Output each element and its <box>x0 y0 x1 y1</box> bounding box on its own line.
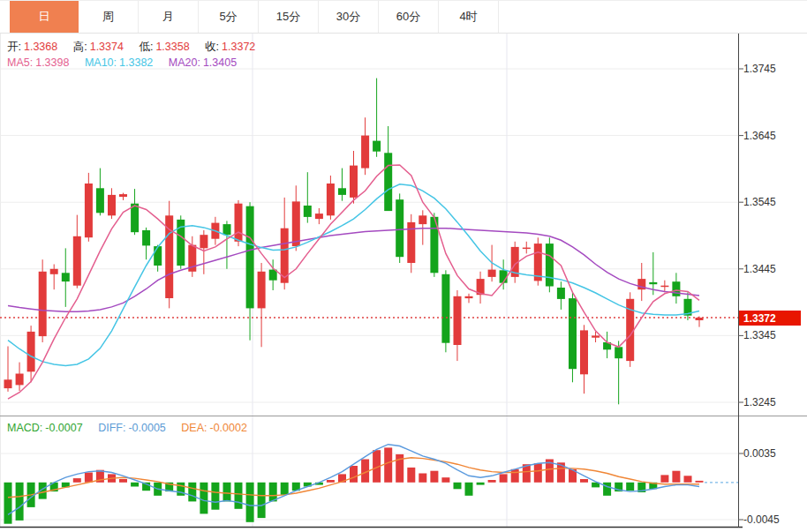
low-label: 低: <box>139 41 153 53</box>
close-value: 1.3372 <box>222 41 255 53</box>
candles <box>4 79 704 405</box>
tab-60min[interactable]: 60分 <box>379 1 439 33</box>
macd-row: MACD:-0.0007 DIFF:-0.0005 DEA:-0.0002 <box>7 422 250 434</box>
candlestick-chart[interactable]: 1.3745 1.3645 1.3545 1.3445 1.3345 1.324… <box>0 34 807 416</box>
current-price-badge: 1.3372 <box>739 311 801 326</box>
tab-daily[interactable]: 日 <box>10 1 79 33</box>
ma10-value: 1.3382 <box>119 56 153 69</box>
tab-15min[interactable]: 15分 <box>259 1 319 33</box>
macd-axis-labels: 0.0035 -0.0045 <box>743 447 780 526</box>
open-label: 开: <box>7 41 21 53</box>
ma20-value: 1.3405 <box>203 56 237 69</box>
high-value: 1.3374 <box>90 41 124 53</box>
ma10-label: MA10: <box>85 56 117 69</box>
close-label: 收: <box>205 41 219 53</box>
dea-label: DEA: <box>181 422 207 434</box>
ma5-value: 1.3398 <box>35 56 69 69</box>
tab-30min[interactable]: 30分 <box>319 1 379 33</box>
tab-weekly[interactable]: 周 <box>79 1 139 33</box>
price-axis-labels: 1.3745 1.3645 1.3545 1.3445 1.3345 1.324… <box>743 63 776 408</box>
ma20-label: MA20: <box>169 56 200 69</box>
ma5-label: MA5: <box>7 56 33 69</box>
open-value: 1.3368 <box>24 41 57 53</box>
price-tick-label: 1.3345 <box>743 329 776 341</box>
high-label: 高: <box>73 41 87 53</box>
price-tick-label: 1.3545 <box>743 196 776 208</box>
macd-value: -0.0007 <box>45 422 82 434</box>
ohlc-row: 开:1.3368 高:1.3374 低:1.3358 收:1.3372 <box>7 40 258 55</box>
macd-histogram <box>4 447 704 523</box>
price-tick-label: 1.3745 <box>743 63 776 75</box>
dea-value: -0.0002 <box>210 422 247 434</box>
macd-label: MACD: <box>7 422 42 434</box>
current-price-badge-value: 1.3372 <box>743 312 776 325</box>
macd-tick-label: 0.0035 <box>743 447 776 460</box>
price-tick-label: 1.3645 <box>743 130 776 142</box>
tab-4hour[interactable]: 4时 <box>439 1 499 33</box>
low-value: 1.3358 <box>155 41 189 53</box>
price-tick-label: 1.3245 <box>743 396 776 408</box>
period-tabbar: 日 周 月 5分 15分 30分 60分 4时 <box>0 1 807 34</box>
tab-5min[interactable]: 5分 <box>199 1 259 33</box>
macd-tick-label: -0.0045 <box>743 513 780 526</box>
ma-row: MA5:1.3398 MA10:1.3382 MA20:1.3405 <box>7 56 239 69</box>
tab-monthly[interactable]: 月 <box>139 1 199 33</box>
diff-value: -0.0005 <box>128 422 165 434</box>
kline-chart-app: 日 周 月 5分 15分 30分 60分 4时 开:1.3368 高:1.337… <box>0 0 807 532</box>
price-tick-label: 1.3445 <box>743 263 776 275</box>
diff-label: DIFF: <box>98 422 125 434</box>
